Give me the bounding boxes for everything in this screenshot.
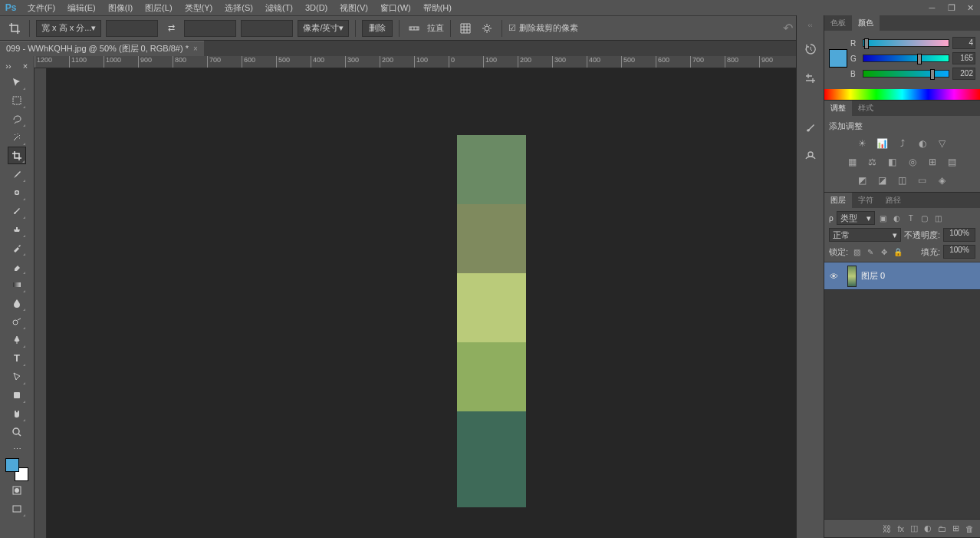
gradient-tool[interactable] <box>8 276 26 293</box>
magic-wand-tool[interactable] <box>8 128 26 146</box>
layer-group-icon[interactable]: 🗀 <box>938 524 946 533</box>
pen-tool[interactable] <box>8 331 26 348</box>
healing-brush-tool[interactable] <box>8 183 26 201</box>
resolution-unit-dropdown[interactable]: 像素/英寸▾ <box>298 20 349 37</box>
clear-button[interactable]: 删除 <box>362 20 393 37</box>
invert-icon[interactable]: ◩ <box>855 173 870 187</box>
screen-mode-icon[interactable] <box>8 500 26 517</box>
color-preview[interactable] <box>829 49 847 68</box>
history-brush-tool[interactable] <box>8 239 26 256</box>
color-spectrum[interactable] <box>824 89 980 100</box>
foreground-color[interactable] <box>5 458 19 472</box>
posterize-icon[interactable]: ◪ <box>875 173 890 187</box>
filter-adjustment-icon[interactable]: ◐ <box>892 213 903 223</box>
gradient-map-icon[interactable]: ▭ <box>915 173 930 187</box>
menu-view[interactable]: 视图(V) <box>334 0 374 15</box>
lock-transparent-icon[interactable]: ▨ <box>851 246 862 257</box>
menu-help[interactable]: 帮助(H) <box>417 0 458 15</box>
menu-image[interactable]: 图像(I) <box>102 0 139 15</box>
close-button[interactable]: ✕ <box>961 0 980 15</box>
levels-icon[interactable]: 📊 <box>875 137 890 150</box>
lasso-tool[interactable] <box>8 110 26 127</box>
menu-filter[interactable]: 滤镜(T) <box>259 0 299 15</box>
crop-tool[interactable] <box>8 147 26 164</box>
hue-icon[interactable]: ▦ <box>845 155 860 169</box>
color-lookup-icon[interactable]: ▤ <box>945 155 960 169</box>
crop-tool-icon[interactable] <box>6 20 23 37</box>
hand-tool[interactable] <box>8 404 26 422</box>
quick-mask-icon[interactable] <box>8 481 26 499</box>
threshold-icon[interactable]: ◫ <box>895 173 910 187</box>
filter-shape-icon[interactable]: ▢ <box>919 213 930 223</box>
blend-mode-dropdown[interactable]: 正常▾ <box>829 228 901 242</box>
eyedropper-tool[interactable] <box>8 165 26 183</box>
minimize-button[interactable]: ─ <box>922 0 942 15</box>
document-tab[interactable]: 099 - WWhKQHH.jpg @ 50% (图层 0, RGB/8#) *… <box>0 41 204 56</box>
menu-edit[interactable]: 编辑(E) <box>61 0 102 15</box>
type-tool[interactable]: T <box>8 349 26 367</box>
menu-window[interactable]: 窗口(W) <box>374 0 417 15</box>
styles-tab[interactable]: 样式 <box>852 101 880 116</box>
crop-settings-icon[interactable] <box>478 20 495 37</box>
new-layer-icon[interactable]: ⊞ <box>952 523 959 533</box>
menu-layer[interactable]: 图层(L) <box>139 0 178 15</box>
edit-toolbar-icon[interactable]: ⋯ <box>8 444 26 454</box>
character-panel-icon[interactable] <box>801 147 820 166</box>
opacity-input[interactable]: 100% <box>943 228 975 242</box>
color-balance-icon[interactable]: ⚖ <box>865 155 880 169</box>
tool-tabs-left[interactable]: ›› <box>0 59 17 73</box>
adjustment-layer-icon[interactable]: ◐ <box>924 523 932 533</box>
filter-pixel-icon[interactable]: ▣ <box>878 213 889 223</box>
tool-tabs-right[interactable]: × <box>17 59 34 73</box>
marquee-tool[interactable] <box>8 91 26 109</box>
g-slider[interactable] <box>863 54 949 62</box>
layer-row[interactable]: 👁 图层 0 <box>824 262 980 290</box>
crop-resolution-input[interactable] <box>241 20 293 37</box>
character-tab[interactable]: 字符 <box>852 193 880 208</box>
channel-mixer-icon[interactable]: ⊞ <box>925 155 940 169</box>
lock-all-icon[interactable]: 🔒 <box>893 246 903 257</box>
vibrance-icon[interactable]: ▽ <box>935 137 950 150</box>
paths-tab[interactable]: 路径 <box>880 193 907 208</box>
straighten-icon[interactable] <box>406 20 423 37</box>
g-value[interactable]: 165 <box>952 52 975 64</box>
link-layers-icon[interactable]: ⛓ <box>883 524 891 533</box>
brightness-icon[interactable]: ☀ <box>855 137 870 150</box>
r-slider[interactable] <box>863 39 949 47</box>
history-panel-icon[interactable] <box>801 40 820 58</box>
adjustments-tab[interactable]: 调整 <box>824 101 852 116</box>
brush-panel-icon[interactable] <box>801 118 820 137</box>
canvas[interactable] <box>47 68 796 538</box>
eraser-tool[interactable] <box>8 257 26 275</box>
menu-3d[interactable]: 3D(D) <box>299 0 334 15</box>
bw-icon[interactable]: ◧ <box>885 155 900 169</box>
reset-icon[interactable]: ↶ <box>779 20 796 37</box>
overlay-options-icon[interactable] <box>457 20 474 37</box>
layer-thumbnail[interactable] <box>847 266 857 287</box>
path-selection-tool[interactable] <box>8 368 26 385</box>
crop-width-input[interactable] <box>106 20 158 37</box>
layer-mask-icon[interactable]: ◫ <box>910 523 918 533</box>
exposure-icon[interactable]: ◐ <box>915 137 930 150</box>
zoom-tool[interactable] <box>8 423 26 441</box>
blur-tool[interactable] <box>8 294 26 312</box>
brush-tool[interactable] <box>8 202 26 219</box>
shape-tool[interactable] <box>8 386 26 404</box>
menu-file[interactable]: 文件(F) <box>21 0 61 15</box>
dodge-tool[interactable] <box>8 312 26 330</box>
properties-panel-icon[interactable] <box>801 69 820 87</box>
move-tool[interactable] <box>8 73 26 91</box>
menu-select[interactable]: 选择(S) <box>219 0 259 15</box>
clone-stamp-tool[interactable] <box>8 220 26 238</box>
swatches-tab[interactable]: 色板 <box>824 15 852 31</box>
close-tab-icon[interactable]: × <box>193 45 198 53</box>
visibility-toggle[interactable]: 👁 <box>824 272 843 281</box>
delete-layer-icon[interactable]: 🗑 <box>965 524 974 533</box>
photo-filter-icon[interactable]: ◎ <box>905 155 920 169</box>
curves-icon[interactable]: ⤴ <box>895 137 910 150</box>
crop-height-input[interactable] <box>184 20 236 37</box>
layers-tab[interactable]: 图层 <box>824 193 852 208</box>
b-slider[interactable] <box>863 70 949 78</box>
color-swatches[interactable] <box>5 458 28 481</box>
lock-pixels-icon[interactable]: ✎ <box>865 246 876 257</box>
